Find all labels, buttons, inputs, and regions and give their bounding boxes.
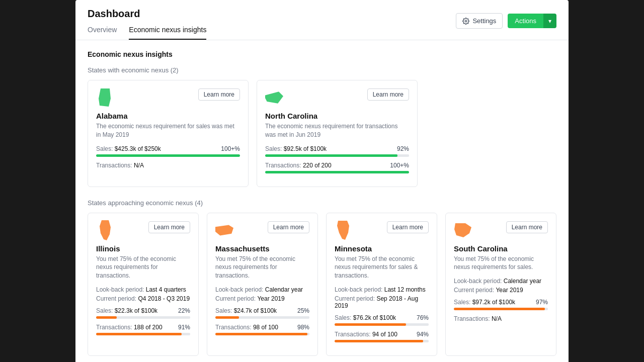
sales-bar-bg (335, 323, 429, 326)
sales-label: Sales: $425.3k of $250k (96, 145, 161, 152)
svg-marker-6 (454, 223, 471, 237)
state-card-massachusetts: Learn more Massachusetts You met 75% of … (207, 213, 318, 356)
sales-bar-fill (265, 154, 397, 157)
transactions-label: Transactions: 188 of 200 (96, 324, 163, 331)
gear-icon (462, 18, 469, 25)
transactions-bar-fill (215, 333, 307, 335)
actions-main-button[interactable]: Actions (508, 14, 543, 28)
svg-marker-5 (337, 221, 349, 240)
look-back-row: Look-back period: Last 4 quarters (96, 286, 190, 293)
card-header: Learn more (454, 221, 548, 239)
current-period-row: Current period: Year 2019 (454, 287, 548, 294)
sales-stat-row: Sales: $22.3k of $100k 22% (96, 307, 190, 314)
state-description: You met 75% of the economic nexus requir… (215, 255, 309, 280)
transactions-label: Transactions: N/A (454, 315, 502, 322)
state-description: The economic nexus requirement for sales… (96, 122, 240, 139)
state-card-alabama: Learn more Alabama The economic nexus re… (88, 80, 249, 187)
current-period-row: Current period: Sep 2018 - Aug 2019 (335, 295, 429, 309)
state-card-illinois: Learn more Illinois You met 75% of the e… (88, 213, 199, 356)
state-name: Minnesota (335, 244, 429, 253)
look-back-row: Look-back period: Calendar year (454, 278, 548, 285)
state-card-minnesota: Learn more Minnesota You met 75% of the … (326, 213, 437, 356)
sales-pct: 22% (178, 307, 190, 314)
svg-marker-1 (99, 88, 111, 107)
tab-economic-nexus[interactable]: Economic nexus insights (129, 26, 206, 40)
main-content: Economic nexus insights States with econ… (75, 40, 569, 362)
learn-more-button[interactable]: Learn more (367, 88, 409, 101)
card-header: Learn more (335, 221, 429, 239)
transactions-stat-row: Transactions: 220 of 200 100+% (265, 162, 409, 169)
transactions-stat-row: Transactions: 98 of 100 98% (215, 324, 309, 331)
transactions-stat-row: Transactions: N/A (96, 162, 240, 169)
sales-stat-row: Sales: $24.7k of $100k 25% (215, 307, 309, 314)
look-back-row: Look-back period: Calendar year (215, 286, 309, 293)
current-period-row: Current period: Q4 2018 - Q3 2019 (96, 295, 190, 302)
sales-label: Sales: $22.3k of $100k (96, 307, 157, 314)
transactions-stat-row: Transactions: N/A (454, 315, 548, 322)
sales-stat-row: Sales: $92.5k of $100k 92% (265, 145, 409, 152)
state-icon (96, 221, 114, 239)
tab-overview[interactable]: Overview (88, 26, 117, 40)
sales-value: $425.3k of $250k (115, 145, 161, 152)
learn-more-button[interactable]: Learn more (268, 221, 309, 233)
transactions-pct: 100+% (390, 162, 409, 169)
sales-stat-row: Sales: $425.3k of $250k 100+% (96, 145, 240, 152)
settings-label: Settings (472, 17, 496, 25)
state-card-north-carolina: Learn more North Carolina The economic n… (257, 80, 418, 187)
state-icon (215, 221, 233, 239)
header-right: Settings Actions ▾ (456, 13, 556, 35)
transactions-bar-bg (265, 171, 409, 173)
learn-more-button[interactable]: Learn more (198, 88, 240, 101)
svg-point-0 (465, 20, 467, 22)
approaching-states-section: States approaching economic nexus (4) Le… (88, 199, 556, 356)
sales-bar-bg (96, 316, 190, 319)
sales-bar-fill (454, 308, 545, 310)
learn-more-button[interactable]: Learn more (506, 221, 548, 233)
tabs: Overview Economic nexus insights (88, 26, 206, 40)
look-back-row: Look-back period: Last 12 months (335, 286, 429, 293)
sales-bar-fill (215, 316, 239, 319)
transactions-bar-bg (215, 333, 309, 335)
card-header: Learn more (96, 88, 240, 107)
transactions-stat-row: Transactions: 188 of 200 91% (96, 324, 190, 331)
sales-label: Sales: $24.7k of $100k (215, 307, 277, 314)
state-name: Massachusetts (215, 244, 309, 253)
transactions-bar-bg (96, 333, 190, 335)
settings-button[interactable]: Settings (456, 13, 503, 29)
learn-more-button[interactable]: Learn more (387, 221, 429, 233)
state-card-south-carolina: Learn more South Carolina You met 75% of… (445, 213, 556, 356)
met-states-section: States with economic nexus (2) Learn mor… (88, 66, 556, 187)
approaching-section-title: States approaching economic nexus (4) (88, 199, 556, 207)
transactions-value: 94 of 100 (372, 331, 397, 338)
state-icon (335, 221, 353, 239)
svg-marker-3 (100, 220, 111, 240)
transactions-value: N/A (492, 315, 502, 322)
sales-bar-fill (96, 154, 240, 157)
met-section-title: States with economic nexus (2) (88, 66, 556, 74)
sales-label: Sales: $76.2k of $100k (335, 314, 396, 321)
state-name: Illinois (96, 244, 190, 253)
state-icon (454, 221, 472, 239)
met-cards-row: Learn more Alabama The economic nexus re… (88, 80, 556, 187)
transactions-value: 220 of 200 (303, 162, 332, 169)
learn-more-button[interactable]: Learn more (148, 221, 190, 233)
state-description: You met 75% of the economic nexus requir… (454, 255, 548, 272)
state-description: The economic nexus requirement for trans… (265, 122, 409, 139)
sales-bar-fill (335, 323, 406, 326)
transactions-value: 98 of 100 (253, 324, 278, 331)
sales-value: $92.5k of $100k (284, 145, 327, 152)
sales-bar-bg (265, 154, 409, 157)
sales-stat-row: Sales: $97.2k of $100k 97% (454, 299, 548, 306)
transactions-stat-row: Transactions: 94 of 100 94% (335, 331, 429, 338)
actions-dropdown-button[interactable]: ▾ (543, 14, 556, 28)
sales-value: $24.7k of $100k (234, 307, 277, 314)
transactions-value: N/A (134, 162, 144, 169)
sales-bar-bg (454, 308, 548, 310)
approaching-cards-row: Learn more Illinois You met 75% of the e… (88, 213, 556, 356)
sales-bar-fill (96, 316, 117, 319)
sales-value: $97.2k of $100k (472, 299, 515, 306)
sales-label: Sales: $97.2k of $100k (454, 299, 515, 306)
sales-pct: 97% (536, 299, 548, 306)
sales-value: $76.2k of $100k (353, 314, 396, 321)
section-title: Economic nexus insights (88, 50, 556, 58)
